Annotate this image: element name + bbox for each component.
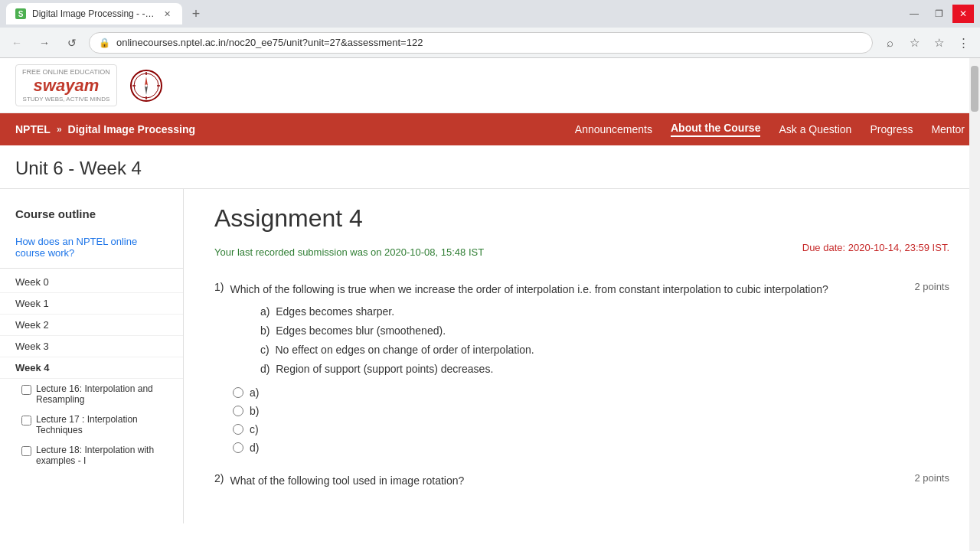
breadcrumb-current[interactable]: Digital Image Processing (68, 123, 196, 135)
lock-icon: 🔒 (99, 37, 110, 48)
forward-button[interactable]: → (34, 32, 55, 54)
question-1-radio-a-input[interactable] (233, 387, 243, 398)
assignment-title: Assignment 4 (214, 204, 949, 233)
question-1-option-c: c) No effect on edges on change of order… (260, 342, 949, 358)
top-nav: NPTEL » Digital Image Processing Announc… (0, 113, 980, 145)
content-area: Assignment 4 Your last recorded submissi… (184, 189, 980, 523)
lecture-17-checkbox[interactable] (21, 416, 31, 425)
sidebar-week-0[interactable]: Week 0 (0, 272, 183, 293)
browser-actions: ⌕ ☆ ☆ ⋮ (879, 32, 974, 54)
question-1-option-d: d) Region of support (support points) de… (260, 361, 949, 377)
tab-close-button[interactable]: ✕ (161, 8, 173, 20)
sidebar-lecture-17[interactable]: Lecture 17 : Interpolation Techniques (0, 409, 183, 440)
window-controls: — ❐ ✕ (903, 5, 974, 23)
question-1-options: a) Edges becomes sharper. b) Edges becom… (260, 304, 949, 377)
svg-marker-6 (145, 77, 148, 86)
page-title: Unit 6 - Week 4 (15, 158, 965, 179)
scrollbar-thumb[interactable] (971, 66, 978, 112)
swayam-bottom-text: STUDY WEBS, ACTIVE MINDS (23, 96, 110, 103)
zoom-icon[interactable]: ⌕ (879, 32, 900, 54)
submission-row: Your last recorded submission was on 202… (214, 242, 949, 266)
question-2-header: 2) What of the following tool used in im… (214, 472, 949, 489)
question-2-points: 2 points (914, 472, 949, 484)
sidebar-week-4[interactable]: Week 4 (0, 357, 183, 379)
nav-about-course[interactable]: About the Course (671, 122, 760, 137)
sidebar-week-1[interactable]: Week 1 (0, 293, 183, 315)
scrollbar-track[interactable] (969, 58, 980, 551)
question-1-text: Which of the following is true when we i… (230, 281, 902, 298)
browser-titlebar: S Digital Image Processing - - Uni... ✕ … (0, 0, 980, 58)
swayam-top-text: FREE ONLINE EDUCATION (22, 68, 110, 76)
sidebar-lecture-18[interactable]: Lecture 18: Interpolation with examples … (0, 440, 183, 471)
browser-tab[interactable]: S Digital Image Processing - - Uni... ✕ (6, 3, 182, 24)
nav-links: Announcements About the Course Ask a Que… (575, 122, 965, 137)
address-bar[interactable]: 🔒 onlinecourses.nptel.ac.in/noc20_ee75/u… (89, 32, 873, 54)
question-1-radio-b-input[interactable] (233, 406, 243, 416)
browser-controls: ← → ↺ 🔒 onlinecourses.nptel.ac.in/noc20_… (0, 28, 980, 58)
breadcrumb: NPTEL » Digital Image Processing (15, 123, 195, 135)
question-1-radio-d-input[interactable] (233, 442, 243, 453)
lecture-18-checkbox[interactable] (21, 446, 31, 456)
question-1-radio-options: a) b) c) d) (233, 386, 949, 454)
swayam-logo[interactable]: FREE ONLINE EDUCATION swayam STUDY WEBS,… (15, 64, 117, 106)
svg-marker-7 (145, 86, 148, 95)
back-button[interactable]: ← (6, 32, 28, 54)
question-1-points: 2 points (914, 281, 949, 292)
question-1: 1) Which of the following is true when w… (214, 281, 949, 454)
url-text: onlinecourses.nptel.ac.in/noc20_ee75/uni… (116, 37, 423, 48)
question-1-radio-c-input[interactable] (233, 424, 243, 435)
compass-logo (129, 69, 163, 103)
new-tab-button[interactable]: + (185, 3, 207, 24)
due-date: Due date: 2020-10-14, 23:59 IST. (802, 242, 949, 253)
tab-title: Digital Image Processing - - Uni... (32, 8, 155, 19)
star-icon[interactable]: ☆ (928, 32, 949, 54)
question-1-radio-a[interactable]: a) (233, 386, 949, 399)
question-1-radio-d[interactable]: d) (233, 442, 949, 454)
logo-bar: FREE ONLINE EDUCATION swayam STUDY WEBS,… (0, 58, 980, 113)
question-1-radio-c[interactable]: c) (233, 423, 949, 435)
breadcrumb-separator: » (57, 124, 62, 135)
question-1-header: 1) Which of the following is true when w… (214, 281, 949, 298)
sidebar-lecture-16[interactable]: Lecture 16: Interpolation and Resampling (0, 379, 183, 409)
maximize-button[interactable]: ❐ (928, 5, 949, 23)
sidebar-how-nptel-works[interactable]: How does an NPTEL online course work? (0, 230, 183, 265)
submission-info: Your last recorded submission was on 202… (214, 246, 484, 258)
lecture-16-checkbox[interactable] (21, 385, 31, 395)
reload-button[interactable]: ↺ (61, 32, 83, 54)
close-button[interactable]: ✕ (952, 5, 974, 23)
question-1-option-a: a) Edges becomes sharper. (260, 304, 949, 320)
sidebar-course-outline: Course outline (0, 201, 183, 230)
question-2: 2) What of the following tool used in im… (214, 472, 949, 489)
menu-icon[interactable]: ⋮ (952, 32, 974, 54)
swayam-brand-text: swayam (34, 76, 100, 96)
nav-mentor[interactable]: Mentor (931, 123, 965, 135)
tab-favicon: S (15, 8, 26, 19)
question-2-text: What of the following tool used in image… (230, 472, 902, 489)
sidebar-divider (0, 268, 183, 269)
nav-progress[interactable]: Progress (870, 123, 913, 135)
question-1-option-b: b) Edges becomes blur (smoothened). (260, 323, 949, 339)
sidebar: Course outline How does an NPTEL online … (0, 189, 184, 523)
sidebar-week-2[interactable]: Week 2 (0, 315, 183, 336)
question-2-number: 2) (214, 472, 224, 484)
page-content: FREE ONLINE EDUCATION swayam STUDY WEBS,… (0, 58, 980, 551)
question-1-number: 1) (214, 281, 224, 293)
bookmark-icon[interactable]: ☆ (903, 32, 925, 54)
page-title-bar: Unit 6 - Week 4 (0, 145, 980, 189)
minimize-button[interactable]: — (903, 5, 925, 23)
breadcrumb-home[interactable]: NPTEL (15, 123, 51, 135)
sidebar-week-3[interactable]: Week 3 (0, 336, 183, 357)
main-layout: Course outline How does an NPTEL online … (0, 189, 980, 523)
question-1-radio-b[interactable]: b) (233, 405, 949, 417)
nav-announcements[interactable]: Announcements (575, 123, 652, 135)
nav-ask-question[interactable]: Ask a Question (779, 123, 851, 135)
